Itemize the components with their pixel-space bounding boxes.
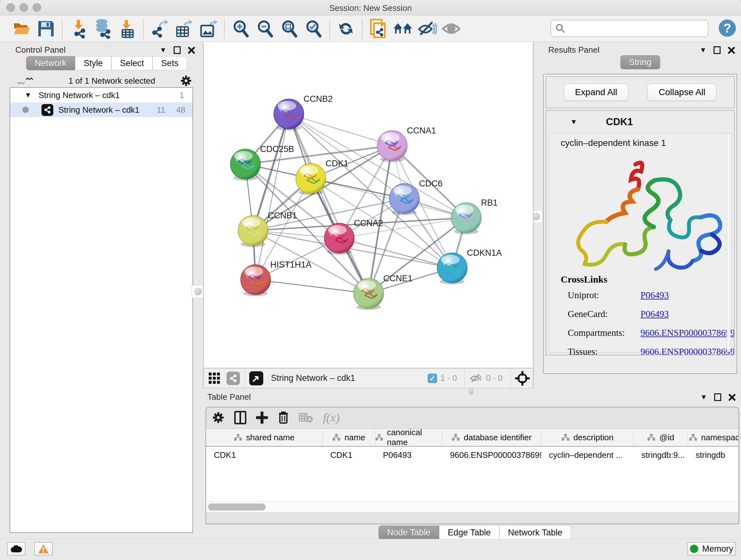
crosslink-link[interactable]: P06493 xyxy=(641,290,669,300)
table-cell[interactable]: stringdb:9... xyxy=(634,450,688,460)
results-panel-title: Results Panel xyxy=(548,45,599,55)
warning-status-button[interactable] xyxy=(34,542,53,556)
column-header-canonical-name[interactable]: canonical name xyxy=(375,429,442,446)
table-hscrollbar[interactable] xyxy=(206,501,738,512)
table-settings-gear-icon[interactable] xyxy=(212,411,225,424)
expand-all-networks-icon[interactable]: ⌄⌄ xyxy=(28,75,35,86)
export-table-icon[interactable] xyxy=(174,19,194,39)
zoom-in-icon[interactable] xyxy=(231,19,251,39)
column-header-description[interactable]: description xyxy=(541,429,634,446)
tab-network-table[interactable]: Network Table xyxy=(499,525,571,540)
table-cell[interactable]: CDK1 xyxy=(323,450,375,460)
birdseye-view-icon[interactable] xyxy=(249,371,263,385)
column-header-namespac[interactable]: namespac xyxy=(688,429,738,446)
expand-all-button[interactable]: Expand All xyxy=(564,84,628,101)
column-header-database-identifier[interactable]: database identifier xyxy=(442,429,541,446)
table-cell[interactable]: stringdb xyxy=(688,450,738,460)
zoom-selected-icon[interactable] xyxy=(304,19,323,39)
crosslink-link[interactable]: P06493 xyxy=(641,309,669,319)
selected-nodes-checkbox-icon[interactable]: ✓ xyxy=(428,374,437,383)
table-row[interactable]: CDK1CDK1P064939606.ENSP00000378699cyclin… xyxy=(206,447,738,463)
crosslink-link[interactable]: 9606.ENSP00000378699 xyxy=(641,327,735,338)
control-panel-float-icon[interactable] xyxy=(174,46,181,54)
network-view-toolbar: String Network – cdk1 ✓ 1 - 0 0 - 0 xyxy=(203,368,534,388)
column-header-shared-name[interactable]: shared name xyxy=(206,429,323,446)
network-edge[interactable] xyxy=(256,280,368,294)
refresh-icon[interactable] xyxy=(336,19,356,39)
hidden-counts: 0 - 0 xyxy=(486,373,502,383)
duplicate-network-icon[interactable] xyxy=(368,19,388,39)
memory-button[interactable]: Memory xyxy=(687,542,736,556)
fit-selection-crosshair-icon[interactable] xyxy=(515,371,530,386)
collapse-all-button[interactable]: Collapse All xyxy=(648,84,717,101)
table-hscrollbar-thumb[interactable] xyxy=(208,503,266,510)
memory-status-dot xyxy=(690,545,698,553)
results-panel-menu-icon[interactable]: ▼ xyxy=(699,46,706,54)
column-header-name[interactable]: name xyxy=(323,429,375,446)
open-session-icon[interactable] xyxy=(12,19,31,39)
search-field[interactable] xyxy=(550,20,709,37)
results-panel-float-icon[interactable] xyxy=(714,46,721,54)
network-edge[interactable] xyxy=(256,114,289,280)
tab-sets[interactable]: Sets xyxy=(152,56,187,70)
zoom-fit-icon[interactable] xyxy=(279,19,299,39)
gene-expander-icon[interactable]: ▼ xyxy=(570,118,577,126)
table-panel-menu-icon[interactable]: ▼ xyxy=(700,393,707,401)
hide-panels-icon[interactable] xyxy=(417,19,437,39)
network-options-gear-icon[interactable] xyxy=(180,75,192,87)
show-panels-icon[interactable] xyxy=(441,19,461,39)
results-scrollbar[interactable] xyxy=(727,134,731,352)
table-cell[interactable]: cyclin–dependent ... xyxy=(541,450,634,460)
network-row[interactable]: String Network – cdk1 11 48 xyxy=(10,103,192,117)
collapse-all-networks-icon[interactable]: ⌄⌄ xyxy=(15,75,22,86)
network-edge[interactable] xyxy=(311,179,466,218)
export-image-icon[interactable] xyxy=(198,19,218,39)
import-network-icon[interactable] xyxy=(69,19,88,39)
home-icon[interactable] xyxy=(393,19,413,39)
column-type-icon xyxy=(452,434,460,441)
network-edge[interactable] xyxy=(289,114,392,145)
network-node-ccna1[interactable]: CCNA1 xyxy=(377,126,436,162)
tab-string[interactable]: String xyxy=(620,55,660,69)
grid-view-icon[interactable] xyxy=(208,372,221,385)
table-tabs: Node TableEdge TableNetwork Table xyxy=(379,525,571,540)
network-node-hist1h1a[interactable]: HIST1H1A xyxy=(241,260,312,296)
control-panel-close-icon[interactable] xyxy=(188,46,195,54)
gene-entry-header[interactable]: ▼ CDK1 xyxy=(546,111,734,133)
crosslink-link[interactable]: 9606.ENSP00000378699 xyxy=(641,347,735,355)
table-cell[interactable]: CDK1 xyxy=(206,450,323,460)
tab-style[interactable]: Style xyxy=(75,56,111,70)
save-session-icon[interactable] xyxy=(36,19,56,39)
zoom-out-icon[interactable] xyxy=(255,19,275,39)
tab-edge-table[interactable]: Edge Table xyxy=(439,525,499,540)
results-panel-close-icon[interactable] xyxy=(728,46,735,54)
tab-network[interactable]: Network xyxy=(26,56,75,70)
export-network-icon[interactable] xyxy=(150,19,170,39)
share-view-icon[interactable] xyxy=(226,372,240,385)
import-table-icon[interactable] xyxy=(117,19,137,39)
control-panel-menu-icon[interactable]: ▼ xyxy=(159,46,166,54)
table-panel-close-icon[interactable] xyxy=(728,393,736,401)
tab-select[interactable]: Select xyxy=(111,56,152,70)
function-builder-icon[interactable]: f(x) xyxy=(323,411,340,425)
table-panel-float-icon[interactable] xyxy=(714,393,721,401)
crosslink-row: GeneCard:P06493 xyxy=(561,309,735,319)
delete-column-icon[interactable] xyxy=(278,411,289,424)
import-database-icon[interactable] xyxy=(93,19,113,39)
network-canvas[interactable]: CCNB2CCNA1CDC25BCDK1CDC6RB1CCNB1CCNA2CDK… xyxy=(203,42,534,368)
network-node-cdkn1a[interactable]: CDKN1A xyxy=(437,248,502,285)
network-collection-row[interactable]: ▼ String Network – cdk1 1 xyxy=(10,88,192,103)
column-header--id[interactable]: @id xyxy=(634,429,688,446)
show-columns-icon[interactable] xyxy=(234,411,246,424)
search-input[interactable] xyxy=(568,24,708,33)
help-icon[interactable]: ? xyxy=(719,19,736,37)
network-node-rb1[interactable]: RB1 xyxy=(451,198,498,234)
table-cell[interactable]: 9606.ENSP00000378699 xyxy=(442,450,541,460)
left-splitter-handle[interactable] xyxy=(192,285,204,298)
cloud-status-button[interactable] xyxy=(7,542,25,556)
table-cell[interactable]: P06493 xyxy=(375,450,442,460)
tab-node-table[interactable]: Node Table xyxy=(379,525,439,540)
collection-expander-icon[interactable]: ▼ xyxy=(24,91,31,99)
delete-table-icon[interactable] xyxy=(299,412,313,423)
add-column-icon[interactable] xyxy=(256,412,268,424)
